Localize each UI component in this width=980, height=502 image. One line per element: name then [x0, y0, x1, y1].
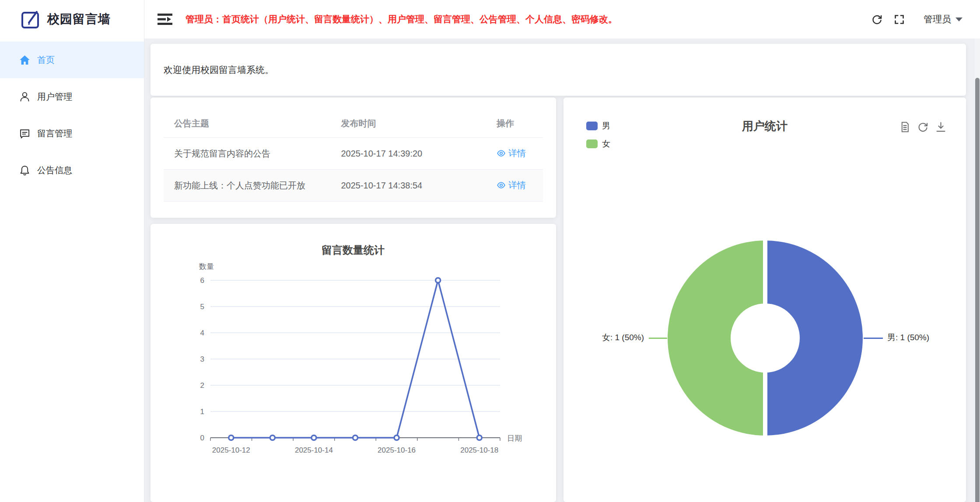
user-name: 管理员 [924, 13, 951, 25]
svg-text:3: 3 [200, 355, 204, 363]
bell-icon [19, 164, 31, 176]
fullscreen-icon[interactable] [893, 14, 905, 25]
announcement-title: 关于规范留言内容的公告 [164, 148, 330, 160]
announcement-card: 公告主题 发布时间 操作 关于规范留言内容的公告 2025-10-17 14:3… [150, 98, 556, 218]
header-actions: 管理员 [871, 13, 962, 25]
user-icon [19, 91, 31, 103]
app-window: 校园留言墙 首页 用户管理 [0, 0, 980, 502]
svg-text:2: 2 [200, 381, 204, 390]
refresh-icon[interactable] [871, 14, 883, 25]
announcement-table-header: 公告主题 发布时间 操作 [164, 110, 543, 138]
announcement-time: 2025-10-17 14:38:54 [330, 181, 474, 191]
sidebar-fold-icon[interactable] [157, 13, 173, 25]
svg-text:6: 6 [200, 276, 204, 285]
column-header-time: 发布时间 [330, 118, 474, 129]
app-title: 校园留言墙 [47, 11, 111, 28]
svg-text:数量: 数量 [199, 262, 214, 271]
sidebar-item-home[interactable]: 首页 [0, 42, 144, 78]
column-header-title: 公告主题 [164, 118, 330, 129]
edit-pencil-logo-icon [19, 8, 42, 31]
sidebar-item-users[interactable]: 用户管理 [0, 78, 144, 115]
eye-icon [497, 181, 506, 190]
column-header-action: 操作 [475, 118, 543, 129]
app-logo: 校园留言墙 [0, 0, 144, 38]
user-menu[interactable]: 管理员 [924, 13, 962, 25]
welcome-text: 欢迎使用校园留言墙系统。 [164, 64, 274, 76]
detail-label: 详情 [508, 147, 526, 159]
legend-item-female[interactable]: 女 [586, 138, 610, 150]
data-view-icon[interactable] [899, 121, 911, 133]
announcement-time: 2025-10-17 14:39:20 [330, 149, 474, 159]
pie-label-male: 男: 1 (50%) [887, 332, 929, 343]
detail-label: 详情 [508, 179, 526, 191]
user-stats-chart-card: 男 女 用户统计 [564, 98, 966, 502]
header-notice: 管理员：首页统计（用户统计、留言数量统计）、用户管理、留言管理、公告管理、个人信… [186, 13, 617, 25]
pie-donut-hole [731, 303, 800, 373]
sidebar-item-announcements[interactable]: 公告信息 [0, 152, 144, 188]
svg-text:2025-10-14: 2025-10-14 [295, 446, 333, 454]
announcement-title: 新功能上线：个人点赞功能已开放 [164, 180, 330, 192]
svg-text:4: 4 [200, 329, 204, 337]
pie-leader-male [864, 338, 883, 339]
sidebar: 校园留言墙 首页 用户管理 [0, 0, 144, 502]
scrollbar-track[interactable] [975, 38, 980, 502]
svg-text:2025-10-18: 2025-10-18 [460, 446, 498, 454]
scrollbar-thumb[interactable] [975, 78, 980, 502]
svg-text:留言数量统计: 留言数量统计 [322, 244, 385, 256]
legend-label: 女 [602, 138, 610, 150]
chevron-down-icon [956, 17, 962, 21]
sidebar-item-messages[interactable]: 留言管理 [0, 115, 144, 152]
sidebar-item-label: 用户管理 [37, 91, 72, 103]
welcome-card: 欢迎使用校园留言墙系统。 [150, 44, 966, 96]
svg-text:0: 0 [200, 434, 204, 442]
legend-swatch-female [586, 139, 598, 148]
pie-leader-female [649, 338, 667, 339]
home-icon [19, 54, 31, 66]
line-chart-svg[interactable]: 01234562025-10-122025-10-142025-10-16202… [150, 224, 556, 502]
svg-text:1: 1 [200, 408, 204, 416]
eye-icon [497, 149, 506, 158]
sidebar-item-label: 留言管理 [37, 128, 72, 139]
svg-text:2025-10-12: 2025-10-12 [212, 446, 250, 454]
svg-text:2025-10-16: 2025-10-16 [378, 446, 416, 454]
detail-link[interactable]: 详情 [497, 147, 526, 159]
pie-label-female: 女: 1 (50%) [602, 332, 644, 343]
sidebar-item-label: 首页 [37, 54, 55, 66]
svg-text:5: 5 [200, 303, 204, 311]
download-icon[interactable] [935, 121, 947, 133]
sidebar-menu: 首页 用户管理 留言管理 [0, 38, 144, 188]
refresh-icon[interactable] [917, 121, 929, 133]
svg-text:日期: 日期 [507, 434, 522, 443]
message-count-chart-card: 01234562025-10-122025-10-142025-10-16202… [150, 224, 556, 502]
table-row: 关于规范留言内容的公告 2025-10-17 14:39:20 详情 [164, 138, 543, 170]
table-row: 新功能上线：个人点赞功能已开放 2025-10-17 14:38:54 详情 [164, 170, 543, 202]
detail-link[interactable]: 详情 [497, 179, 526, 191]
message-icon [19, 128, 31, 139]
topbar: 管理员：首页统计（用户统计、留言数量统计）、用户管理、留言管理、公告管理、个人信… [144, 0, 980, 38]
sidebar-item-label: 公告信息 [37, 164, 72, 176]
chart-toolbox [899, 121, 947, 133]
